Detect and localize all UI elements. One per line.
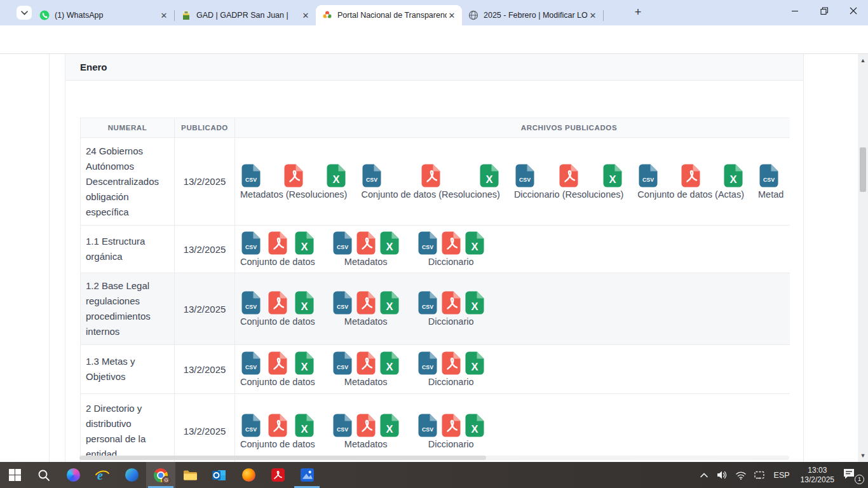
close-window-button[interactable]: [839, 0, 868, 22]
csv-file-icon[interactable]: CSV: [333, 414, 352, 437]
csv-file-icon[interactable]: CSV: [418, 231, 437, 255]
taskbar-edge-button[interactable]: [117, 462, 146, 488]
file-download-group[interactable]: CSVXMetadatos: [332, 414, 400, 449]
browser-tab[interactable]: 2025 - Febrero | Modificar LOTA✕: [462, 5, 603, 25]
xlsx-file-icon[interactable]: X: [295, 351, 314, 375]
pdf-file-icon[interactable]: [559, 164, 578, 187]
csv-file-icon[interactable]: CSV: [333, 231, 352, 255]
file-download-group[interactable]: CSVXConjunto de datos: [240, 231, 315, 267]
csv-file-icon[interactable]: CSV: [759, 164, 778, 187]
pdf-file-icon[interactable]: [681, 164, 700, 187]
csv-file-icon[interactable]: CSV: [418, 291, 437, 315]
pdf-file-icon[interactable]: [268, 351, 287, 375]
pdf-file-icon[interactable]: [356, 231, 376, 255]
csv-file-icon[interactable]: CSV: [241, 291, 261, 315]
horizontal-scrollbar[interactable]: [79, 456, 789, 460]
csv-file-icon[interactable]: CSV: [362, 164, 381, 187]
tab-close-icon[interactable]: ✕: [588, 10, 598, 20]
tab-search-button[interactable]: [17, 6, 32, 20]
csv-file-icon[interactable]: CSV: [418, 414, 437, 437]
pdf-file-icon[interactable]: [268, 231, 287, 255]
browser-tab-active[interactable]: Portal Nacional de Transparenc✕: [316, 5, 462, 25]
table-scroll-container[interactable]: NUMERAL PUBLICADO ARCHIVOS PUBLICADOS 24…: [80, 118, 790, 462]
file-download-group[interactable]: CSVXConjunto de datos (Actas): [637, 164, 744, 200]
file-download-group[interactable]: CSVXDiccionario: [417, 291, 485, 327]
xlsx-file-icon[interactable]: X: [295, 414, 314, 437]
xlsx-file-icon[interactable]: X: [465, 414, 484, 437]
vertical-scrollbar-thumb[interactable]: [860, 147, 866, 192]
xlsx-file-icon[interactable]: X: [295, 231, 314, 255]
file-download-group[interactable]: CSVXMetadatos: [332, 351, 400, 387]
xlsx-file-icon[interactable]: X: [327, 164, 346, 187]
pdf-file-icon[interactable]: [442, 291, 461, 315]
file-download-group[interactable]: CSVXMetadatos (Resoluciones): [240, 164, 347, 200]
taskbar-explorer-button[interactable]: [175, 462, 205, 488]
pdf-file-icon[interactable]: [356, 414, 376, 437]
csv-file-icon[interactable]: CSV: [241, 164, 261, 187]
pdf-file-icon[interactable]: [268, 414, 287, 437]
pdf-file-icon[interactable]: [442, 414, 461, 437]
file-download-group[interactable]: CSVXConjunto de datos (Resoluciones): [361, 164, 499, 200]
tab-close-icon[interactable]: ✕: [301, 10, 311, 20]
file-download-group[interactable]: CSVXDiccionario: [417, 414, 485, 449]
volume-button[interactable]: [716, 469, 729, 482]
file-download-group[interactable]: CSVXMetadatos: [332, 291, 400, 327]
csv-file-icon[interactable]: CSV: [333, 351, 352, 375]
csv-file-icon[interactable]: CSV: [241, 351, 261, 375]
pdf-file-icon[interactable]: [284, 164, 303, 187]
xlsx-file-icon[interactable]: X: [380, 414, 399, 437]
pdf-file-icon[interactable]: [356, 291, 376, 315]
csv-file-icon[interactable]: CSV: [333, 291, 352, 315]
pdf-file-icon[interactable]: [442, 351, 461, 375]
csv-file-icon[interactable]: CSV: [241, 231, 261, 255]
file-download-group[interactable]: CSVXDiccionario: [417, 231, 485, 267]
tab-close-icon[interactable]: ✕: [159, 10, 169, 20]
new-tab-button[interactable]: +: [632, 7, 644, 18]
file-download-group[interactable]: CSVXDiccionario: [417, 351, 485, 387]
csv-file-icon[interactable]: CSV: [515, 164, 534, 187]
xlsx-file-icon[interactable]: X: [380, 291, 399, 315]
scroll-down-icon[interactable]: ▼: [859, 452, 867, 459]
taskbar-firefox-button[interactable]: [234, 462, 263, 488]
horizontal-scrollbar-thumb[interactable]: [79, 456, 486, 460]
pdf-file-icon[interactable]: [268, 291, 287, 315]
file-download-group[interactable]: CSVXConjunto de datos: [240, 351, 315, 387]
taskbar-chrome-button[interactable]: G: [146, 462, 175, 488]
file-download-group[interactable]: CSVXMetadatos: [332, 231, 400, 267]
pdf-file-icon[interactable]: [356, 351, 376, 375]
pdf-file-icon[interactable]: [442, 231, 461, 255]
xlsx-file-icon[interactable]: X: [465, 291, 484, 315]
taskbar-acrobat-button[interactable]: [263, 462, 292, 488]
taskbar-copilot-button[interactable]: [58, 462, 88, 488]
taskbar-ie-button[interactable]: e: [88, 462, 117, 488]
xlsx-file-icon[interactable]: X: [380, 351, 399, 375]
language-indicator[interactable]: ESP: [771, 471, 792, 480]
tab-close-icon[interactable]: ✕: [447, 10, 457, 20]
vertical-scrollbar[interactable]: ▲ ▼: [858, 54, 868, 462]
taskbar-photos-button[interactable]: [292, 462, 322, 488]
browser-tab[interactable]: (1) WhatsApp✕: [33, 5, 174, 25]
xlsx-file-icon[interactable]: X: [380, 231, 399, 255]
restore-button[interactable]: [810, 0, 839, 22]
notification-center-button[interactable]: 1: [843, 466, 864, 484]
taskbar-clock[interactable]: 13:03 13/2/2025: [798, 466, 837, 485]
file-download-group[interactable]: CSVXConjunto de datos: [240, 414, 315, 449]
csv-file-icon[interactable]: CSV: [241, 414, 261, 437]
taskbar-search-button[interactable]: [29, 462, 58, 488]
tray-expand-button[interactable]: [698, 469, 710, 482]
taskbar-outlook-button[interactable]: [205, 462, 234, 488]
scroll-up-icon[interactable]: ▲: [859, 57, 867, 64]
xlsx-file-icon[interactable]: X: [295, 291, 314, 315]
xlsx-file-icon[interactable]: X: [480, 164, 499, 187]
pdf-file-icon[interactable]: [421, 164, 440, 187]
taskbar-start-button[interactable]: [0, 462, 29, 488]
file-download-group[interactable]: CSVMetad: [758, 164, 783, 200]
file-download-group[interactable]: CSVXConjunto de datos: [240, 291, 315, 327]
csv-file-icon[interactable]: CSV: [418, 351, 437, 375]
browser-tab[interactable]: GAD | GADPR San Juan |✕: [175, 5, 316, 25]
file-download-group[interactable]: CSVXDiccionario (Resoluciones): [514, 164, 623, 200]
wifi-button[interactable]: [735, 469, 747, 482]
connect-display-button[interactable]: [753, 469, 766, 482]
csv-file-icon[interactable]: CSV: [639, 164, 658, 187]
xlsx-file-icon[interactable]: X: [603, 164, 622, 187]
